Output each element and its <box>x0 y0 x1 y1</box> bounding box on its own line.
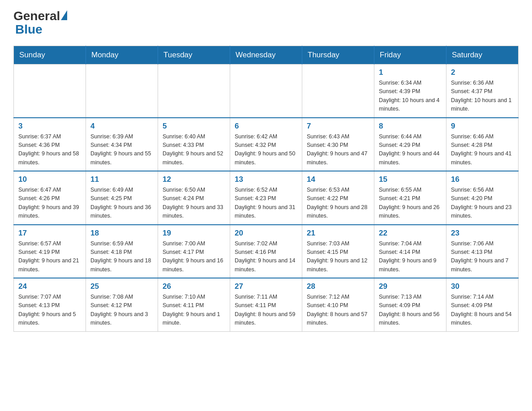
day-info: Sunrise: 7:12 AM Sunset: 4:10 PM Dayligh… <box>307 293 369 328</box>
calendar-cell: 13Sunrise: 6:52 AM Sunset: 4:23 PM Dayli… <box>230 171 302 225</box>
calendar-cell: 15Sunrise: 6:55 AM Sunset: 4:21 PM Dayli… <box>374 171 446 225</box>
calendar-cell: 12Sunrise: 6:50 AM Sunset: 4:24 PM Dayli… <box>158 171 230 225</box>
page-header: General Blue <box>13 9 519 37</box>
day-number: 22 <box>379 229 442 238</box>
logo-triangle-icon <box>61 10 67 20</box>
day-number: 8 <box>379 122 442 131</box>
day-number: 14 <box>307 175 369 184</box>
day-number: 26 <box>163 282 225 291</box>
day-info: Sunrise: 6:47 AM Sunset: 4:26 PM Dayligh… <box>18 186 81 221</box>
day-info: Sunrise: 6:55 AM Sunset: 4:21 PM Dayligh… <box>379 186 442 221</box>
calendar-cell: 8Sunrise: 6:44 AM Sunset: 4:29 PM Daylig… <box>374 118 446 171</box>
day-number: 12 <box>163 175 225 184</box>
calendar-cell: 26Sunrise: 7:10 AM Sunset: 4:11 PM Dayli… <box>158 278 230 331</box>
calendar-cell: 19Sunrise: 7:00 AM Sunset: 4:17 PM Dayli… <box>158 225 230 278</box>
calendar-cell: 14Sunrise: 6:53 AM Sunset: 4:22 PM Dayli… <box>302 171 374 225</box>
day-of-week-header: Thursday <box>302 46 374 64</box>
day-number: 15 <box>379 175 442 184</box>
day-of-week-header: Wednesday <box>230 46 302 64</box>
day-info: Sunrise: 7:03 AM Sunset: 4:15 PM Dayligh… <box>307 240 369 274</box>
day-info: Sunrise: 7:08 AM Sunset: 4:12 PM Dayligh… <box>90 293 153 328</box>
day-number: 30 <box>451 282 514 291</box>
day-info: Sunrise: 6:44 AM Sunset: 4:29 PM Dayligh… <box>379 133 442 167</box>
calendar-cell: 1Sunrise: 6:34 AM Sunset: 4:39 PM Daylig… <box>374 64 446 118</box>
day-number: 2 <box>451 68 514 77</box>
day-number: 28 <box>307 282 369 291</box>
day-info: Sunrise: 7:14 AM Sunset: 4:09 PM Dayligh… <box>451 293 514 328</box>
day-number: 17 <box>18 229 81 238</box>
calendar-cell: 20Sunrise: 7:02 AM Sunset: 4:16 PM Dayli… <box>230 225 302 278</box>
calendar-cell: 30Sunrise: 7:14 AM Sunset: 4:09 PM Dayli… <box>446 278 519 331</box>
day-number: 29 <box>379 282 442 291</box>
calendar-cell <box>302 64 374 118</box>
calendar-cell: 18Sunrise: 6:59 AM Sunset: 4:18 PM Dayli… <box>86 225 158 278</box>
calendar-cell: 29Sunrise: 7:13 AM Sunset: 4:09 PM Dayli… <box>374 278 446 331</box>
day-of-week-header: Tuesday <box>158 46 230 64</box>
day-of-week-header: Friday <box>374 46 446 64</box>
day-info: Sunrise: 6:59 AM Sunset: 4:18 PM Dayligh… <box>90 240 153 274</box>
day-number: 1 <box>379 68 442 77</box>
calendar-cell: 2Sunrise: 6:36 AM Sunset: 4:37 PM Daylig… <box>446 64 519 118</box>
day-info: Sunrise: 6:34 AM Sunset: 4:39 PM Dayligh… <box>379 79 442 114</box>
calendar-week-row: 24Sunrise: 7:07 AM Sunset: 4:13 PM Dayli… <box>14 278 519 331</box>
day-number: 7 <box>307 122 369 131</box>
day-number: 27 <box>235 282 297 291</box>
day-number: 13 <box>235 175 297 184</box>
calendar-cell: 23Sunrise: 7:06 AM Sunset: 4:13 PM Dayli… <box>446 225 519 278</box>
day-info: Sunrise: 6:46 AM Sunset: 4:28 PM Dayligh… <box>451 133 514 167</box>
calendar-cell <box>86 64 158 118</box>
calendar-week-row: 17Sunrise: 6:57 AM Sunset: 4:19 PM Dayli… <box>14 225 519 278</box>
day-of-week-header: Monday <box>86 46 158 64</box>
day-info: Sunrise: 6:52 AM Sunset: 4:23 PM Dayligh… <box>235 186 297 221</box>
logo: General Blue <box>13 9 68 37</box>
calendar-cell: 17Sunrise: 6:57 AM Sunset: 4:19 PM Dayli… <box>14 225 86 278</box>
calendar-cell: 22Sunrise: 7:04 AM Sunset: 4:14 PM Dayli… <box>374 225 446 278</box>
calendar-cell: 28Sunrise: 7:12 AM Sunset: 4:10 PM Dayli… <box>302 278 374 331</box>
day-number: 11 <box>90 175 153 184</box>
day-number: 3 <box>18 122 81 131</box>
calendar-cell: 10Sunrise: 6:47 AM Sunset: 4:26 PM Dayli… <box>14 171 86 225</box>
day-number: 5 <box>163 122 225 131</box>
calendar-cell: 7Sunrise: 6:43 AM Sunset: 4:30 PM Daylig… <box>302 118 374 171</box>
day-info: Sunrise: 6:36 AM Sunset: 4:37 PM Dayligh… <box>451 79 514 114</box>
calendar-cell: 5Sunrise: 6:40 AM Sunset: 4:33 PM Daylig… <box>158 118 230 171</box>
day-info: Sunrise: 6:40 AM Sunset: 4:33 PM Dayligh… <box>163 133 225 167</box>
calendar-cell: 4Sunrise: 6:39 AM Sunset: 4:34 PM Daylig… <box>86 118 158 171</box>
calendar-cell: 6Sunrise: 6:42 AM Sunset: 4:32 PM Daylig… <box>230 118 302 171</box>
calendar-cell <box>14 64 86 118</box>
calendar-cell: 3Sunrise: 6:37 AM Sunset: 4:36 PM Daylig… <box>14 118 86 171</box>
day-number: 23 <box>451 229 514 238</box>
day-info: Sunrise: 6:42 AM Sunset: 4:32 PM Dayligh… <box>235 133 297 167</box>
day-info: Sunrise: 6:43 AM Sunset: 4:30 PM Dayligh… <box>307 133 369 167</box>
logo-blue-text: Blue <box>15 22 43 37</box>
day-number: 18 <box>90 229 153 238</box>
day-info: Sunrise: 7:00 AM Sunset: 4:17 PM Dayligh… <box>163 240 225 274</box>
calendar-cell: 25Sunrise: 7:08 AM Sunset: 4:12 PM Dayli… <box>86 278 158 331</box>
calendar-cell: 27Sunrise: 7:11 AM Sunset: 4:11 PM Dayli… <box>230 278 302 331</box>
day-info: Sunrise: 6:37 AM Sunset: 4:36 PM Dayligh… <box>18 133 81 167</box>
calendar-table: SundayMondayTuesdayWednesdayThursdayFrid… <box>13 46 519 332</box>
day-info: Sunrise: 7:10 AM Sunset: 4:11 PM Dayligh… <box>163 293 225 328</box>
day-number: 10 <box>18 175 81 184</box>
day-info: Sunrise: 7:04 AM Sunset: 4:14 PM Dayligh… <box>379 240 442 274</box>
day-info: Sunrise: 7:02 AM Sunset: 4:16 PM Dayligh… <box>235 240 297 274</box>
calendar-week-row: 10Sunrise: 6:47 AM Sunset: 4:26 PM Dayli… <box>14 171 519 225</box>
calendar-cell: 24Sunrise: 7:07 AM Sunset: 4:13 PM Dayli… <box>14 278 86 331</box>
day-info: Sunrise: 7:11 AM Sunset: 4:11 PM Dayligh… <box>235 293 297 328</box>
calendar-cell <box>230 64 302 118</box>
day-number: 19 <box>163 229 225 238</box>
day-info: Sunrise: 6:53 AM Sunset: 4:22 PM Dayligh… <box>307 186 369 221</box>
day-of-week-header: Sunday <box>14 46 86 64</box>
day-info: Sunrise: 7:06 AM Sunset: 4:13 PM Dayligh… <box>451 240 514 274</box>
day-of-week-header: Saturday <box>446 46 519 64</box>
calendar-cell: 16Sunrise: 6:56 AM Sunset: 4:20 PM Dayli… <box>446 171 519 225</box>
logo-general-text: General <box>13 9 60 23</box>
day-info: Sunrise: 6:57 AM Sunset: 4:19 PM Dayligh… <box>18 240 81 274</box>
day-number: 9 <box>451 122 514 131</box>
day-info: Sunrise: 7:13 AM Sunset: 4:09 PM Dayligh… <box>379 293 442 328</box>
calendar-cell <box>158 64 230 118</box>
day-number: 20 <box>235 229 297 238</box>
calendar-week-row: 3Sunrise: 6:37 AM Sunset: 4:36 PM Daylig… <box>14 118 519 171</box>
day-number: 4 <box>90 122 153 131</box>
day-info: Sunrise: 6:56 AM Sunset: 4:20 PM Dayligh… <box>451 186 514 221</box>
